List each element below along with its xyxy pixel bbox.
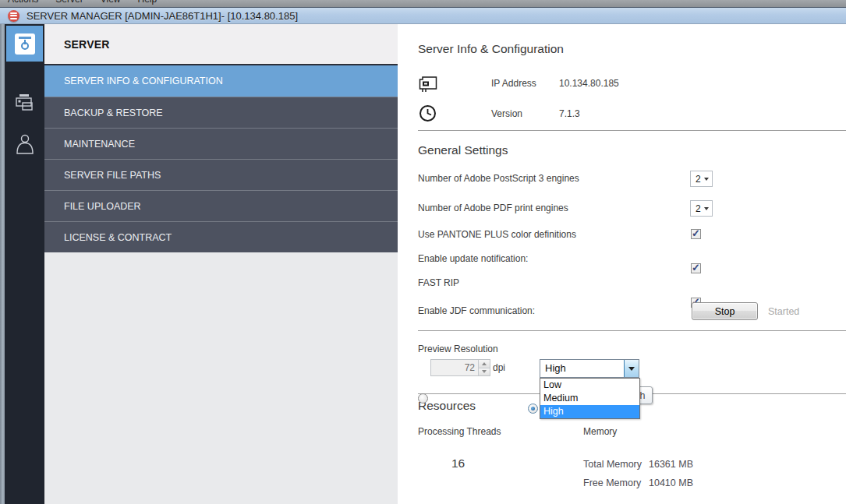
menu-help[interactable]: Help xyxy=(138,0,158,5)
general-settings-heading: General Settings xyxy=(418,143,508,157)
module-iconbar xyxy=(5,24,44,504)
memory-label: Memory xyxy=(583,426,617,437)
server-module-button[interactable] xyxy=(6,26,43,62)
arrow-up-icon xyxy=(482,362,487,365)
dropdown-option-high[interactable]: High xyxy=(540,405,639,418)
app-icon xyxy=(8,10,19,22)
dpi-spinner[interactable]: 72 xyxy=(430,359,490,376)
menu-actions[interactable]: Actions xyxy=(8,0,38,5)
spin-down-button[interactable] xyxy=(479,368,490,376)
ip-address-value: 10.134.80.185 xyxy=(559,78,619,89)
printer-module-button[interactable] xyxy=(5,91,44,115)
ps-engines-value: 2 xyxy=(691,174,704,185)
user-icon xyxy=(13,132,37,157)
version-label: Version xyxy=(491,108,522,119)
arrow-down-icon xyxy=(482,370,487,373)
pantone-label: Use PANTONE PLUS color definitions xyxy=(418,229,576,240)
quality-dropdown-list: Low Medium High xyxy=(540,378,640,419)
check-icon: ✓ xyxy=(692,227,700,239)
dpi-unit-label: dpi xyxy=(493,362,505,373)
quality-radio[interactable] xyxy=(528,404,538,414)
sidebar: SERVER SERVER INFO & CONFIGURATION BACKU… xyxy=(44,24,398,504)
sidebar-item-server-info[interactable]: SERVER INFO & CONFIGURATION xyxy=(44,65,398,97)
users-module-button[interactable] xyxy=(5,132,44,157)
total-memory-label: Total Memory xyxy=(583,459,642,470)
clock-icon xyxy=(419,104,437,122)
ip-address-label: IP Address xyxy=(491,78,536,89)
menu-server[interactable]: Server xyxy=(55,0,83,5)
total-memory-value: 16361 MB xyxy=(649,459,693,470)
sidebar-item-server-file-paths[interactable]: SERVER FILE PATHS xyxy=(44,159,398,190)
quality-combobox[interactable]: High xyxy=(540,359,639,378)
free-memory-label: Free Memory xyxy=(583,478,641,488)
printer-icon xyxy=(13,91,37,115)
fast-rip-label: FAST RIP xyxy=(418,277,459,288)
menu-view[interactable]: View xyxy=(101,0,121,5)
window-titlebar[interactable]: SERVER MANAGER [ADMIN-JAE86T1H1]- [10.13… xyxy=(0,7,846,24)
check-icon: ✓ xyxy=(692,262,700,273)
pdf-engines-select[interactable]: 2 xyxy=(690,200,713,217)
network-card-icon xyxy=(418,74,438,94)
divider-info xyxy=(418,130,846,131)
chevron-down-icon xyxy=(704,207,709,210)
sidebar-item-backup-restore[interactable]: BACKUP & RESTORE xyxy=(44,97,398,128)
ps-engines-select[interactable]: 2 xyxy=(690,171,713,187)
free-memory-value: 10410 MB xyxy=(649,478,693,488)
processing-threads-label: Processing Threads xyxy=(418,426,501,437)
spin-buttons xyxy=(478,360,490,375)
sidebar-menu: SERVER INFO & CONFIGURATION BACKUP & RES… xyxy=(44,64,398,252)
server-power-icon xyxy=(15,33,35,55)
dpi-radio[interactable] xyxy=(418,393,428,404)
chevron-down-icon xyxy=(628,367,635,371)
update-notification-checkbox[interactable]: ✓ xyxy=(691,263,701,273)
window-title: SERVER MANAGER [ADMIN-JAE86T1H1]- [10.13… xyxy=(27,10,298,22)
chevron-down-icon xyxy=(704,178,709,181)
dpi-value: 72 xyxy=(431,360,478,375)
preview-resolution-heading: Preview Resolution xyxy=(418,344,498,354)
jdf-stop-button[interactable]: Stop xyxy=(692,302,758,320)
background-menubar: Actions Server View Help xyxy=(0,0,846,7)
page-title: Server Info & Configuration xyxy=(418,42,564,56)
radio-dot xyxy=(531,407,535,411)
sidebar-item-license-contract[interactable]: LICENSE & CONTRACT xyxy=(44,221,398,252)
update-notification-label: Enable update notification: xyxy=(418,253,528,264)
jdf-communication-label: Enable JDF communication: xyxy=(418,305,535,316)
pdf-engines-value: 2 xyxy=(691,203,704,214)
version-value: 7.1.3 xyxy=(559,108,580,119)
sidebar-item-maintenance[interactable]: MAINTENANCE xyxy=(44,128,398,159)
pantone-checkbox[interactable]: ✓ xyxy=(691,229,701,239)
ps-engines-label: Number of Adobe PostScript 3 engines xyxy=(418,173,579,184)
pdf-engines-label: Number of Adobe PDF print engines xyxy=(418,203,568,213)
dropdown-option-medium[interactable]: Medium xyxy=(540,392,639,405)
dropdown-option-low[interactable]: Low xyxy=(540,379,639,392)
processing-threads-value: 16 xyxy=(451,456,465,471)
combobox-dropdown-button[interactable] xyxy=(624,360,639,377)
sidebar-header: SERVER xyxy=(44,24,398,64)
divider-general xyxy=(418,330,846,331)
quality-combobox-value: High xyxy=(540,360,624,377)
sidebar-item-file-uploader[interactable]: FILE UPLOADER xyxy=(44,190,398,221)
jdf-status-text: Started xyxy=(768,306,799,317)
spin-up-button[interactable] xyxy=(479,360,490,368)
